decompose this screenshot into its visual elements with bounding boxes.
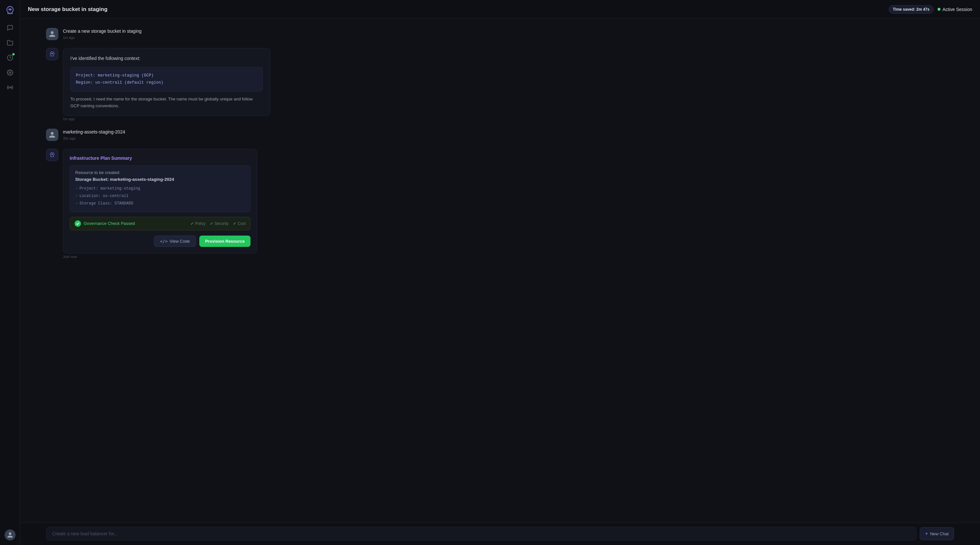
chat-area: Create a new storage bucket in staging 1… bbox=[20, 19, 980, 523]
sidebar-item-chat[interactable] bbox=[3, 21, 16, 34]
governance-left: Governance Check Passed bbox=[75, 220, 135, 227]
resource-header-label: Resource to be created: bbox=[75, 170, 245, 175]
context-code-block: Project: marketing-staging (GCP)Region: … bbox=[70, 67, 263, 91]
detail-text-2: Location: us-central1 bbox=[80, 192, 128, 200]
message-ai-1: I've identified the following context: P… bbox=[46, 48, 954, 121]
input-bar: + New Chat bbox=[20, 523, 980, 545]
arrow-icon-3: → bbox=[75, 200, 78, 207]
active-session-label: Active Session bbox=[942, 7, 972, 12]
action-buttons-row: </> View Code Provision Resource bbox=[70, 235, 250, 247]
user-msg-text-1: Create a new storage bucket in staging bbox=[63, 28, 954, 35]
user-msg-text-2: marketing-assets-staging-2024 bbox=[63, 129, 954, 135]
ai-msg-content-1: I've identified the following context: P… bbox=[63, 48, 954, 121]
new-chat-label: New Chat bbox=[930, 531, 948, 536]
detail-text-1: Project: marketing-staging bbox=[80, 185, 140, 192]
header-right: Time saved: 2m 47s Active Session bbox=[889, 5, 972, 14]
sidebar-item-files[interactable] bbox=[3, 36, 16, 49]
user-msg-avatar-1 bbox=[46, 28, 58, 40]
view-code-label: View Code bbox=[170, 239, 190, 244]
resource-detail-class: → Storage Class: STANDARD bbox=[75, 200, 245, 207]
check-policy-label: Policy bbox=[195, 221, 205, 226]
arrow-icon-2: → bbox=[75, 192, 78, 200]
ai-msg-avatar-1 bbox=[46, 48, 58, 60]
time-saved-value: 2m 47s bbox=[916, 7, 929, 12]
resource-detail-project: → Project: marketing-staging bbox=[75, 185, 245, 192]
plus-icon: + bbox=[925, 531, 928, 537]
new-chat-button[interactable]: + New Chat bbox=[920, 527, 954, 540]
ai-response-card-1: I've identified the following context: P… bbox=[63, 48, 270, 116]
check-policy: ✓ Policy bbox=[191, 221, 205, 226]
header: New storage bucket in staging Time saved… bbox=[20, 0, 980, 19]
check-security-icon: ✓ bbox=[210, 221, 213, 226]
sidebar bbox=[0, 0, 20, 545]
check-cost: ✓ Cost bbox=[233, 221, 246, 226]
message-ai-2: Infrastructure Plan Summary Resource to … bbox=[46, 149, 954, 258]
svg-point-2 bbox=[9, 72, 11, 73]
user-msg-time-2: 30s ago bbox=[63, 137, 954, 140]
governance-label: Governance Check Passed bbox=[84, 221, 135, 226]
svg-point-4 bbox=[51, 53, 53, 54]
ai-msg-avatar-2 bbox=[46, 149, 58, 161]
sidebar-item-history[interactable] bbox=[3, 51, 16, 64]
user-msg-content-1: Create a new storage bucket in staging 1… bbox=[63, 28, 954, 40]
resource-name-value: Storage Bucket: marketing-assets-staging… bbox=[75, 177, 245, 182]
user-msg-time-1: 1m ago bbox=[63, 36, 954, 40]
ai-intro-text: I've identified the following context: bbox=[70, 55, 263, 62]
infra-plan-card: Infrastructure Plan Summary Resource to … bbox=[63, 149, 257, 253]
user-msg-content-2: marketing-assets-staging-2024 30s ago bbox=[63, 129, 954, 140]
governance-check-circle bbox=[75, 220, 81, 227]
time-saved-badge: Time saved: 2m 47s bbox=[889, 5, 934, 14]
check-policy-icon: ✓ bbox=[191, 221, 194, 226]
notification-dot bbox=[12, 53, 14, 56]
ai-msg-time-1: 1m ago bbox=[63, 117, 954, 121]
resource-detail-location: → Location: us-central1 bbox=[75, 192, 245, 200]
check-security-label: Security bbox=[215, 221, 229, 226]
ai-msg-time-2: Just now bbox=[63, 255, 954, 259]
message-user-1: Create a new storage bucket in staging 1… bbox=[46, 28, 954, 40]
svg-point-5 bbox=[51, 154, 53, 155]
provision-resource-label: Provision Resource bbox=[205, 239, 245, 244]
arrow-icon-1: → bbox=[75, 185, 78, 192]
svg-point-3 bbox=[10, 87, 10, 88]
sidebar-item-broadcast[interactable] bbox=[3, 81, 16, 94]
chat-input[interactable] bbox=[46, 527, 916, 540]
check-cost-icon: ✓ bbox=[233, 221, 236, 226]
governance-check-row: Governance Check Passed ✓ Policy ✓ Secur… bbox=[70, 217, 250, 230]
main-content: New storage bucket in staging Time saved… bbox=[20, 0, 980, 545]
active-dot bbox=[937, 8, 940, 11]
check-security: ✓ Security bbox=[210, 221, 229, 226]
resource-details-box: Resource to be created: Storage Bucket: … bbox=[70, 165, 250, 212]
time-saved-label: Time saved: bbox=[893, 7, 915, 12]
ai-desc-text: To proceed, I need the name for the stor… bbox=[70, 96, 263, 110]
user-msg-avatar-2 bbox=[46, 129, 58, 141]
provision-resource-button[interactable]: Provision Resource bbox=[199, 235, 250, 247]
view-code-button[interactable]: </> View Code bbox=[154, 235, 196, 247]
user-avatar[interactable] bbox=[5, 529, 16, 540]
active-session-badge: Active Session bbox=[937, 7, 972, 12]
governance-checks: ✓ Policy ✓ Security ✓ Cost bbox=[191, 221, 246, 226]
code-brackets-icon: </> bbox=[160, 239, 167, 244]
ai-msg-content-2: Infrastructure Plan Summary Resource to … bbox=[63, 149, 954, 258]
sidebar-item-settings[interactable] bbox=[3, 66, 16, 79]
detail-text-3: Storage Class: STANDARD bbox=[80, 200, 133, 207]
app-logo[interactable] bbox=[4, 5, 16, 16]
check-cost-label: Cost bbox=[237, 221, 246, 226]
infra-plan-title: Infrastructure Plan Summary bbox=[70, 156, 250, 161]
message-user-2: marketing-assets-staging-2024 30s ago bbox=[46, 129, 954, 141]
page-title: New storage bucket in staging bbox=[28, 6, 108, 13]
